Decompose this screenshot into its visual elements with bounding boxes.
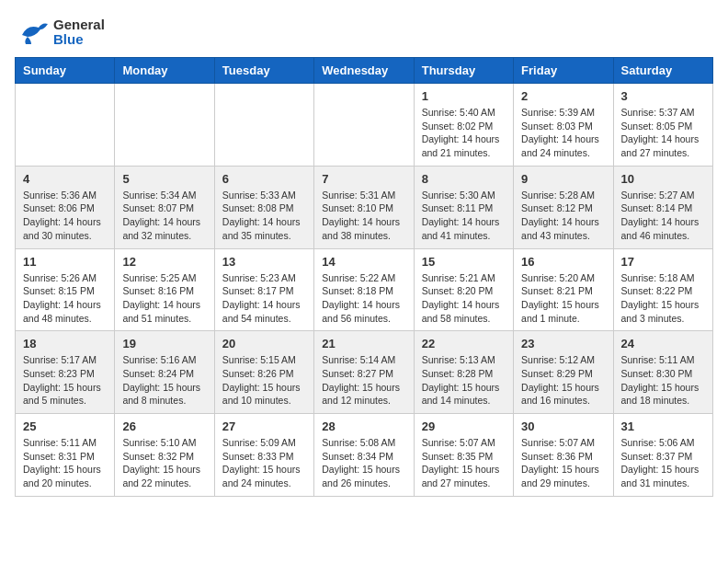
day-info: Sunrise: 5:14 AM Sunset: 8:27 PM Dayligh… <box>322 353 405 408</box>
day-number: 4 <box>23 172 107 186</box>
day-number: 9 <box>521 172 605 186</box>
day-info: Sunrise: 5:30 AM Sunset: 8:11 PM Dayligh… <box>422 189 506 243</box>
day-number: 25 <box>23 419 107 433</box>
day-info: Sunrise: 5:09 AM Sunset: 8:33 PM Dayligh… <box>222 436 306 490</box>
day-info: Sunrise: 5:13 AM Sunset: 8:28 PM Dayligh… <box>422 353 506 408</box>
day-info: Sunrise: 5:11 AM Sunset: 8:31 PM Dayligh… <box>23 436 107 490</box>
calendar-cell: 15Sunrise: 5:21 AM Sunset: 8:20 PM Dayli… <box>414 248 513 331</box>
day-info: Sunrise: 5:22 AM Sunset: 8:18 PM Dayligh… <box>322 271 405 326</box>
calendar-cell: 24Sunrise: 5:11 AM Sunset: 8:30 PM Dayli… <box>613 331 712 414</box>
day-number: 13 <box>222 255 306 269</box>
calendar-cell: 10Sunrise: 5:27 AM Sunset: 8:14 PM Dayli… <box>613 166 712 248</box>
calendar-cell: 14Sunrise: 5:22 AM Sunset: 8:18 PM Dayli… <box>314 248 414 331</box>
calendar-cell: 18Sunrise: 5:17 AM Sunset: 8:23 PM Dayli… <box>16 331 115 414</box>
calendar-cell: 17Sunrise: 5:18 AM Sunset: 8:22 PM Dayli… <box>613 248 712 331</box>
weekday-header-saturday: Saturday <box>613 58 712 84</box>
calendar-cell: 31Sunrise: 5:06 AM Sunset: 8:37 PM Dayli… <box>613 414 712 497</box>
day-number: 14 <box>322 255 405 269</box>
day-number: 17 <box>621 255 705 269</box>
day-number: 30 <box>521 419 605 433</box>
day-info: Sunrise: 5:18 AM Sunset: 8:22 PM Dayligh… <box>621 271 705 326</box>
day-number: 27 <box>222 419 306 433</box>
logo-bird-icon <box>15 15 50 50</box>
calendar-cell: 13Sunrise: 5:23 AM Sunset: 8:17 PM Dayli… <box>214 248 313 331</box>
day-number: 19 <box>122 337 206 350</box>
calendar-week-1: 1Sunrise: 5:40 AM Sunset: 8:02 PM Daylig… <box>16 84 713 167</box>
day-info: Sunrise: 5:23 AM Sunset: 8:17 PM Dayligh… <box>222 271 306 326</box>
weekday-header-thursday: Thursday <box>414 58 513 84</box>
day-number: 20 <box>222 337 306 350</box>
day-info: Sunrise: 5:25 AM Sunset: 8:16 PM Dayligh… <box>122 271 206 326</box>
calendar-cell: 11Sunrise: 5:26 AM Sunset: 8:15 PM Dayli… <box>16 248 115 331</box>
calendar-cell: 6Sunrise: 5:33 AM Sunset: 8:08 PM Daylig… <box>214 166 313 248</box>
day-info: Sunrise: 5:16 AM Sunset: 8:24 PM Dayligh… <box>122 353 206 408</box>
day-number: 8 <box>422 172 506 186</box>
logo-blue-text: Blue <box>53 32 105 48</box>
calendar-cell: 8Sunrise: 5:30 AM Sunset: 8:11 PM Daylig… <box>414 166 513 248</box>
day-number: 29 <box>422 419 506 433</box>
day-info: Sunrise: 5:39 AM Sunset: 8:03 PM Dayligh… <box>521 106 605 160</box>
calendar-cell: 12Sunrise: 5:25 AM Sunset: 8:16 PM Dayli… <box>115 248 214 331</box>
day-info: Sunrise: 5:11 AM Sunset: 8:30 PM Dayligh… <box>621 353 705 408</box>
day-info: Sunrise: 5:26 AM Sunset: 8:15 PM Dayligh… <box>23 271 107 326</box>
day-info: Sunrise: 5:33 AM Sunset: 8:08 PM Dayligh… <box>222 189 306 243</box>
calendar-cell: 2Sunrise: 5:39 AM Sunset: 8:03 PM Daylig… <box>514 84 613 167</box>
calendar-cell: 5Sunrise: 5:34 AM Sunset: 8:07 PM Daylig… <box>115 166 214 248</box>
day-number: 23 <box>521 337 605 350</box>
calendar-cell: 1Sunrise: 5:40 AM Sunset: 8:02 PM Daylig… <box>414 84 513 167</box>
calendar-table: SundayMondayTuesdayWednesdayThursdayFrid… <box>15 57 713 497</box>
calendar-cell: 28Sunrise: 5:08 AM Sunset: 8:34 PM Dayli… <box>314 414 414 497</box>
day-info: Sunrise: 5:12 AM Sunset: 8:29 PM Dayligh… <box>521 353 605 408</box>
day-number: 18 <box>23 337 107 350</box>
day-info: Sunrise: 5:28 AM Sunset: 8:12 PM Dayligh… <box>521 189 605 243</box>
day-number: 15 <box>422 255 506 269</box>
page-header: General Blue <box>15 15 713 50</box>
calendar-cell: 16Sunrise: 5:20 AM Sunset: 8:21 PM Dayli… <box>514 248 613 331</box>
day-info: Sunrise: 5:20 AM Sunset: 8:21 PM Dayligh… <box>521 271 605 326</box>
day-number: 26 <box>122 419 206 433</box>
calendar-cell <box>16 84 115 167</box>
calendar-cell: 19Sunrise: 5:16 AM Sunset: 8:24 PM Dayli… <box>115 331 214 414</box>
day-number: 1 <box>422 89 506 103</box>
weekday-header-monday: Monday <box>115 58 214 84</box>
day-info: Sunrise: 5:34 AM Sunset: 8:07 PM Dayligh… <box>122 189 206 243</box>
day-info: Sunrise: 5:10 AM Sunset: 8:32 PM Dayligh… <box>122 436 206 490</box>
calendar-cell: 25Sunrise: 5:11 AM Sunset: 8:31 PM Dayli… <box>16 414 115 497</box>
calendar-cell: 23Sunrise: 5:12 AM Sunset: 8:29 PM Dayli… <box>514 331 613 414</box>
day-info: Sunrise: 5:07 AM Sunset: 8:36 PM Dayligh… <box>521 436 605 490</box>
day-number: 2 <box>521 89 605 103</box>
day-info: Sunrise: 5:08 AM Sunset: 8:34 PM Dayligh… <box>322 436 405 490</box>
weekday-header-sunday: Sunday <box>16 58 115 84</box>
day-info: Sunrise: 5:17 AM Sunset: 8:23 PM Dayligh… <box>23 353 107 408</box>
day-info: Sunrise: 5:37 AM Sunset: 8:05 PM Dayligh… <box>621 106 705 160</box>
calendar-cell: 4Sunrise: 5:36 AM Sunset: 8:06 PM Daylig… <box>16 166 115 248</box>
calendar-week-5: 25Sunrise: 5:11 AM Sunset: 8:31 PM Dayli… <box>16 414 713 497</box>
calendar-cell <box>115 84 214 167</box>
day-info: Sunrise: 5:40 AM Sunset: 8:02 PM Dayligh… <box>422 106 506 160</box>
day-info: Sunrise: 5:31 AM Sunset: 8:10 PM Dayligh… <box>322 189 405 243</box>
day-number: 21 <box>322 337 405 350</box>
logo-general-text: General <box>53 17 105 33</box>
calendar-cell: 9Sunrise: 5:28 AM Sunset: 8:12 PM Daylig… <box>514 166 613 248</box>
day-info: Sunrise: 5:21 AM Sunset: 8:20 PM Dayligh… <box>422 271 506 326</box>
day-number: 24 <box>621 337 705 350</box>
day-number: 6 <box>222 172 306 186</box>
day-info: Sunrise: 5:27 AM Sunset: 8:14 PM Dayligh… <box>621 189 705 243</box>
weekday-header-friday: Friday <box>514 58 613 84</box>
day-number: 12 <box>122 255 206 269</box>
calendar-week-4: 18Sunrise: 5:17 AM Sunset: 8:23 PM Dayli… <box>16 331 713 414</box>
calendar-cell: 30Sunrise: 5:07 AM Sunset: 8:36 PM Dayli… <box>514 414 613 497</box>
day-number: 22 <box>422 337 506 350</box>
calendar-cell: 7Sunrise: 5:31 AM Sunset: 8:10 PM Daylig… <box>314 166 414 248</box>
day-info: Sunrise: 5:36 AM Sunset: 8:06 PM Dayligh… <box>23 189 107 243</box>
day-number: 3 <box>621 89 705 103</box>
calendar-cell <box>314 84 414 167</box>
calendar-cell: 22Sunrise: 5:13 AM Sunset: 8:28 PM Dayli… <box>414 331 513 414</box>
day-info: Sunrise: 5:15 AM Sunset: 8:26 PM Dayligh… <box>222 353 306 408</box>
calendar-cell: 3Sunrise: 5:37 AM Sunset: 8:05 PM Daylig… <box>613 84 712 167</box>
calendar-week-3: 11Sunrise: 5:26 AM Sunset: 8:15 PM Dayli… <box>16 248 713 331</box>
day-number: 28 <box>322 419 405 433</box>
weekday-header-tuesday: Tuesday <box>214 58 313 84</box>
calendar-cell: 27Sunrise: 5:09 AM Sunset: 8:33 PM Dayli… <box>214 414 313 497</box>
day-number: 31 <box>621 419 705 433</box>
